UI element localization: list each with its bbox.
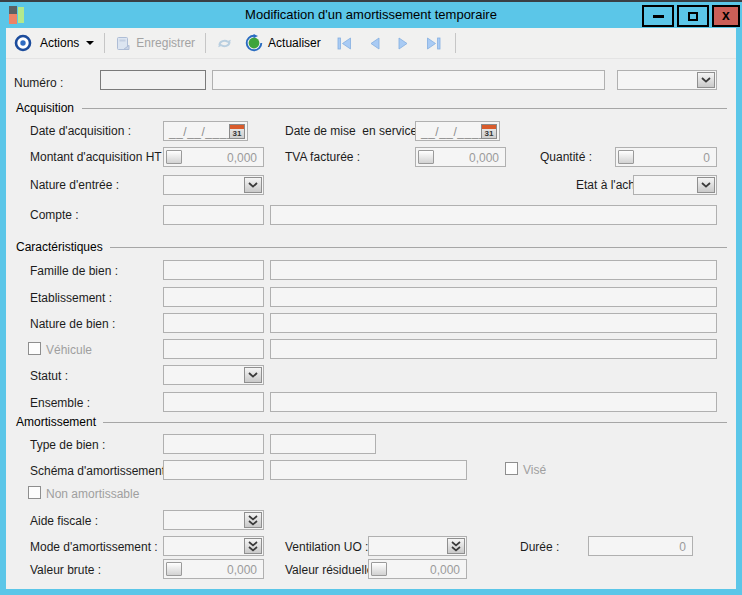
dialog-window: Modification d'un amortissement temporai… (0, 0, 742, 595)
acquisition-section-title: Acquisition (16, 101, 74, 115)
montant-input[interactable]: 0,000 (163, 147, 264, 167)
calculator-button[interactable] (371, 562, 387, 576)
etat-achat-combobox[interactable] (633, 175, 717, 195)
toolbar-separator (104, 33, 105, 53)
chevron-down-icon[interactable] (697, 72, 715, 88)
vise-label: Visé (523, 463, 546, 477)
valeur-brute-input[interactable]: 0,000 (163, 559, 264, 579)
quantite-input[interactable]: 0 (615, 147, 717, 167)
chevron-down-icon[interactable] (244, 177, 262, 193)
actualiser-label: Actualiser (268, 36, 321, 50)
compte-label: Compte : (30, 208, 79, 222)
calendar-icon[interactable]: 31 (481, 124, 497, 139)
caracteristiques-section-title: Caractéristiques (16, 240, 103, 254)
calculator-button[interactable] (418, 150, 434, 164)
nature-bien-label: Nature de bien : (30, 317, 115, 331)
date-service-input[interactable]: __/__/____ 31 (415, 121, 500, 141)
schema-libelle-input[interactable] (270, 460, 467, 480)
nature-bien-code-input[interactable] (163, 313, 264, 333)
famille-code-input[interactable] (163, 260, 264, 280)
maximize-button[interactable] (677, 5, 709, 27)
save-icon (115, 36, 131, 51)
actions-target-icon (14, 34, 32, 52)
etablissement-libelle-input[interactable] (270, 287, 717, 307)
actions-button[interactable]: Actions (36, 34, 98, 52)
compte-code-input[interactable] (163, 205, 264, 225)
non-amortissable-checkbox[interactable] (28, 486, 41, 499)
mode-amortissement-label: Mode d'amortissement : (30, 540, 158, 554)
nav-first-button[interactable] (333, 36, 356, 51)
section-divider (82, 108, 727, 109)
statut-combobox[interactable] (163, 365, 264, 385)
amortissement-section-title: Amortissement (16, 415, 96, 429)
actualiser-button[interactable]: Actualiser (241, 32, 325, 54)
famille-libelle-input[interactable] (270, 260, 717, 280)
chevron-down-icon[interactable] (244, 367, 262, 383)
quantite-value: 0 (703, 151, 710, 165)
section-divider (103, 422, 727, 423)
type-bien-libelle-input[interactable] (270, 434, 376, 454)
save-button[interactable]: Enregistrer (111, 34, 199, 53)
valeur-residuelle-value: 0,000 (430, 563, 460, 577)
mode-amortissement-combobox[interactable] (163, 536, 264, 556)
type-bien-code-input[interactable] (163, 434, 264, 454)
etablissement-code-input[interactable] (163, 287, 264, 307)
vehicule-code-input[interactable] (163, 339, 264, 359)
tva-input[interactable]: 0,000 (415, 147, 506, 167)
vehicule-checkbox[interactable] (28, 342, 41, 355)
save-label: Enregistrer (136, 36, 195, 50)
calculator-button[interactable] (166, 150, 182, 164)
compte-libelle-input[interactable] (270, 205, 717, 225)
window-title: Modification d'un amortissement temporai… (0, 7, 742, 22)
toolbar: Actions Enregistrer Actualiser (6, 28, 736, 59)
calculator-button[interactable] (618, 150, 634, 164)
nav-next-button[interactable] (393, 36, 414, 51)
valeur-brute-value: 0,000 (227, 563, 257, 577)
tva-value: 0,000 (469, 151, 499, 165)
numero-combobox[interactable] (617, 70, 717, 90)
maximize-icon (688, 12, 698, 21)
numero-code-input[interactable] (100, 70, 206, 90)
minimize-button[interactable] (642, 5, 674, 27)
double-chevron-down-icon[interactable] (447, 538, 465, 554)
montant-label: Montant d'acquisition HT : (30, 150, 168, 164)
actions-label: Actions (40, 36, 79, 50)
refresh-button[interactable] (212, 34, 237, 53)
vehicule-label: Véhicule (46, 343, 92, 357)
valeur-residuelle-label: Valeur résiduelle : (285, 563, 380, 577)
statut-label: Statut : (30, 369, 68, 383)
double-chevron-down-icon[interactable] (244, 512, 262, 528)
schema-code-input[interactable] (163, 460, 264, 480)
section-divider (110, 247, 727, 248)
aide-fiscale-label: Aide fiscale : (30, 514, 98, 528)
valeur-residuelle-input[interactable]: 0,000 (368, 559, 467, 579)
vise-checkbox[interactable] (505, 462, 518, 475)
montant-value: 0,000 (227, 151, 257, 165)
nav-next-icon (397, 37, 410, 50)
date-acquisition-input[interactable]: __/__/____ 31 (163, 121, 248, 141)
ensemble-label: Ensemble : (30, 396, 90, 410)
type-bien-label: Type de bien : (30, 438, 105, 452)
nav-previous-button[interactable] (364, 36, 385, 51)
actualiser-icon (245, 34, 263, 52)
ventilation-combobox[interactable] (368, 536, 467, 556)
close-button[interactable]: x (712, 5, 740, 27)
numero-name-input[interactable] (212, 70, 605, 90)
ensemble-code-input[interactable] (163, 392, 264, 412)
tva-label: TVA facturée : (285, 150, 360, 164)
double-chevron-down-icon[interactable] (244, 538, 262, 554)
ensemble-libelle-input[interactable] (270, 392, 717, 412)
date-acquisition-label: Date d'acquisition : (30, 124, 131, 138)
calendar-icon[interactable]: 31 (229, 124, 245, 139)
calculator-button[interactable] (166, 562, 182, 576)
titlebar[interactable]: Modification d'un amortissement temporai… (0, 2, 742, 28)
non-amortissable-label: Non amortissable (46, 487, 139, 501)
vehicule-libelle-input[interactable] (270, 339, 717, 359)
chevron-down-icon[interactable] (697, 177, 715, 193)
nature-entree-combobox[interactable] (163, 175, 264, 195)
aide-fiscale-combobox[interactable] (163, 510, 264, 530)
nav-last-button[interactable] (422, 36, 445, 51)
duree-input[interactable]: 0 (588, 536, 693, 556)
ventilation-label: Ventilation UO : (285, 540, 368, 554)
nature-bien-libelle-input[interactable] (270, 313, 717, 333)
